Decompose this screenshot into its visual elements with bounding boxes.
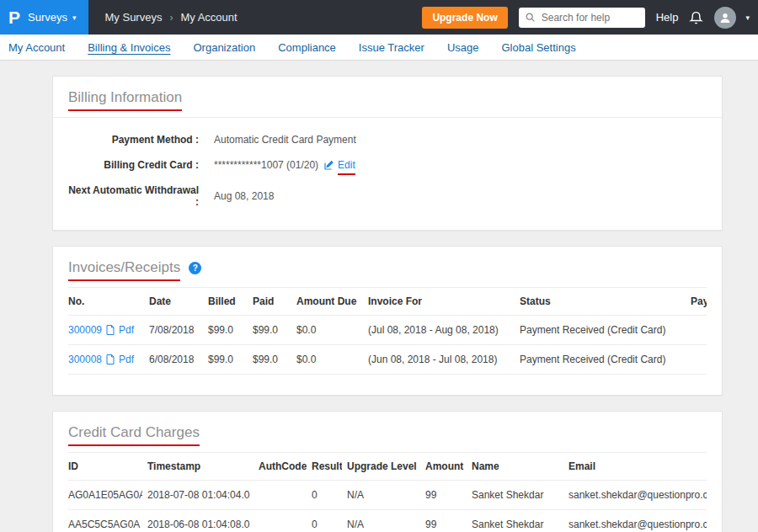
col-date: Date <box>144 288 203 316</box>
invoice-row: 300008 Pdf 6/08/2018 $99.0 $99.0 $0.0 (J… <box>68 345 707 375</box>
col-status: Status <box>515 288 686 316</box>
invoice-amount-due: $0.0 <box>291 345 363 375</box>
payment-method-value: Automatic Credit Card Payment <box>214 134 356 146</box>
invoice-pay-by <box>686 316 707 345</box>
billing-credit-card-label: Billing Credit Card : <box>68 159 199 171</box>
charge-authcode <box>254 510 307 532</box>
billing-credit-card-row: Billing Credit Card : ************1007 (… <box>68 152 707 178</box>
payment-method-row: Payment Method : Automatic Credit Card P… <box>68 127 707 152</box>
invoice-pdf-link[interactable]: Pdf <box>119 354 134 365</box>
tab-my-account[interactable]: My Account <box>8 41 65 54</box>
pdf-file-icon <box>106 354 115 364</box>
account-menu[interactable]: ▾ <box>714 7 750 29</box>
tab-compliance[interactable]: Compliance <box>278 41 336 54</box>
invoices-receipts-title: Invoices/Receipts <box>68 259 180 276</box>
charge-upgrade-level: N/A <box>342 481 420 510</box>
edit-pencil-icon <box>324 160 334 170</box>
charges-table: ID Timestamp AuthCode Result Upgrade Lev… <box>68 452 707 532</box>
invoice-billed: $99.0 <box>203 345 248 375</box>
account-tab-bar: My Account Billing & Invoices Organizati… <box>0 35 758 61</box>
col-billed: Billed <box>203 288 248 316</box>
charge-id: AG0A1E05AG0A <box>68 481 142 510</box>
charge-amount: 99 <box>420 481 467 510</box>
notifications-bell-icon[interactable] <box>689 10 703 25</box>
breadcrumb-my-account: My Account <box>180 11 237 24</box>
col-invoice-for: Invoice For <box>363 288 515 316</box>
col-name: Name <box>467 453 563 481</box>
next-withdrawal-row: Next Automatic Withdrawal : Aug 08, 2018 <box>68 178 707 215</box>
col-timestamp: Timestamp <box>142 453 254 481</box>
invoices-table-wrap: No. Date Billed Paid Amount Due Invoice … <box>53 287 722 395</box>
billing-information-header: Billing Information <box>53 77 722 118</box>
col-result: Result <box>307 453 342 481</box>
col-amount-due: Amount Due <box>291 288 363 316</box>
breadcrumb: My Surveys › My Account <box>105 0 238 35</box>
edit-credit-card-button[interactable]: Edit <box>324 159 355 171</box>
charge-timestamp: 2018-06-08 01:04:08.0 <box>142 510 254 532</box>
charge-email: sanket.shekdar@questionpro.com <box>563 481 707 510</box>
search-input[interactable] <box>540 11 639 24</box>
pdf-file-icon <box>106 325 115 335</box>
upgrade-now-button[interactable]: Upgrade Now <box>422 7 507 29</box>
col-paid: Paid <box>248 288 291 316</box>
charge-name: Sanket Shekdar <box>467 510 563 532</box>
col-id: ID <box>68 453 142 481</box>
col-pay-by: Pay By <box>686 288 707 316</box>
charge-id: AA5C5C5AG0A <box>68 510 142 532</box>
invoice-pdf-link[interactable]: Pdf <box>119 324 134 336</box>
masked-card-number: ************1007 (01/20) <box>214 159 318 171</box>
charge-email: sanket.shekdar@questionpro.com <box>563 510 707 532</box>
invoices-header-row: No. Date Billed Paid Amount Due Invoice … <box>68 288 707 316</box>
help-search-box[interactable] <box>519 8 645 28</box>
invoices-receipts-header: Invoices/Receipts ? <box>53 247 722 287</box>
charge-timestamp: 2018-07-08 01:04:04.0 <box>142 481 254 510</box>
tab-billing-invoices[interactable]: Billing & Invoices <box>88 41 170 54</box>
invoice-date: 7/08/2018 <box>144 316 203 345</box>
credit-card-charges-card: Credit Card Charges ID Timestamp AuthCod… <box>52 411 723 532</box>
tab-global-settings[interactable]: Global Settings <box>501 41 575 54</box>
charge-row: AA5C5C5AG0A 2018-06-08 01:04:08.0 0 N/A … <box>68 510 707 532</box>
col-amount: Amount <box>420 453 467 481</box>
invoice-number-link[interactable]: 300009 <box>68 324 102 336</box>
invoices-receipts-card: Invoices/Receipts ? No. Date Billed Paid… <box>52 246 723 396</box>
charge-result: 0 <box>307 481 342 510</box>
invoice-status: Payment Received (Credit Card) <box>515 316 686 345</box>
product-name: Surveys <box>28 11 67 24</box>
breadcrumb-my-surveys[interactable]: My Surveys <box>105 11 163 24</box>
billing-information-title: Billing Information <box>68 89 182 106</box>
invoice-for: (Jul 08, 2018 - Aug 08, 2018) <box>363 316 515 345</box>
invoice-pay-by <box>686 345 707 375</box>
charges-header-row: ID Timestamp AuthCode Result Upgrade Lev… <box>68 453 707 481</box>
col-no: No. <box>68 288 144 316</box>
next-withdrawal-value: Aug 08, 2018 <box>214 190 274 202</box>
topbar-actions: Upgrade Now Help ▾ <box>422 0 758 35</box>
tab-organization[interactable]: Organization <box>193 41 255 54</box>
invoice-billed: $99.0 <box>203 316 248 345</box>
invoice-date: 6/08/2018 <box>144 345 203 375</box>
charge-row: AG0A1E05AG0A 2018-07-08 01:04:04.0 0 N/A… <box>68 481 707 510</box>
credit-card-charges-title: Credit Card Charges <box>68 424 200 441</box>
col-upgrade-level: Upgrade Level <box>342 453 420 481</box>
edit-link-label: Edit <box>338 159 355 171</box>
payment-method-label: Payment Method : <box>68 134 199 146</box>
breadcrumb-separator-icon: › <box>169 12 173 24</box>
top-bar: P Surveys ▾ My Surveys › My Account Upgr… <box>0 0 758 35</box>
invoices-table: No. Date Billed Paid Amount Due Invoice … <box>68 287 707 375</box>
chevron-down-icon: ▾ <box>745 13 750 22</box>
charge-amount: 99 <box>420 510 467 532</box>
col-authcode: AuthCode <box>254 453 307 481</box>
invoice-row: 300009 Pdf 7/08/2018 $99.0 $99.0 $0.0 (J… <box>68 316 707 345</box>
search-icon <box>525 12 536 23</box>
product-switcher[interactable]: P Surveys ▾ <box>0 0 88 35</box>
questionpro-logo-icon: P <box>8 8 20 26</box>
invoice-number-link[interactable]: 300008 <box>68 354 102 365</box>
charge-name: Sanket Shekdar <box>467 481 563 510</box>
tab-usage[interactable]: Usage <box>447 41 479 54</box>
billing-credit-card-value: ************1007 (01/20) Edit <box>214 159 355 171</box>
help-link[interactable]: Help <box>656 11 679 24</box>
invoice-paid: $99.0 <box>248 316 291 345</box>
tab-issue-tracker[interactable]: Issue Tracker <box>359 41 424 54</box>
page-content: Billing Information Payment Method : Aut… <box>0 61 758 532</box>
avatar <box>714 7 736 29</box>
invoices-help-icon[interactable]: ? <box>189 262 201 274</box>
